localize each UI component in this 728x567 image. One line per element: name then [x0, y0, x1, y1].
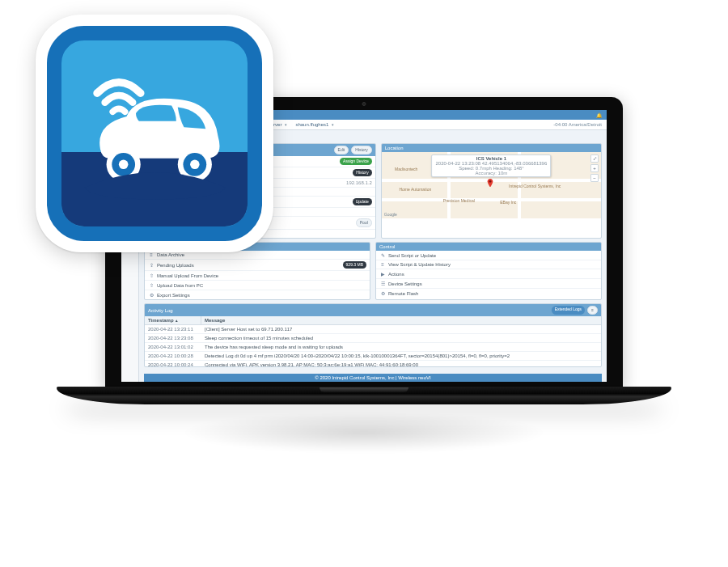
list-item-label: View Script & Update History [388, 262, 451, 267]
log-row: 2020-04-22 10:00:24Connected via WiFi, A… [145, 361, 601, 367]
list-item-label: Pending Uploads [157, 263, 194, 268]
map-fullscreen-button[interactable]: ⤢ [590, 154, 599, 163]
activity-panel: Activity Log Extended Logs ≡ Timestamp M… [144, 303, 602, 367]
map-label: EBay Inc [500, 200, 516, 205]
list-icon: ⚙ [148, 292, 154, 298]
list-icon: ☰ [379, 281, 386, 286]
list-icon: ⇧ [148, 273, 154, 278]
log-ts: 2020-04-22 10:00:24 [145, 361, 201, 367]
app-icon [36, 15, 273, 252]
assign-device-button[interactable]: Assign Device [340, 158, 372, 165]
update-button[interactable]: Update [353, 198, 372, 205]
log-ts: 2020-04-22 10:00:28 [145, 352, 201, 360]
edit-button[interactable]: Edit [334, 146, 349, 154]
timezone-label: -04:00 America/Detroit [553, 122, 602, 127]
map-attribution: Google [384, 212, 397, 217]
list-icon: ✎ [379, 252, 386, 258]
log-row: 2020-04-22 13:23:11[Client] Server Host … [145, 325, 601, 334]
list-icon: ≡ [148, 252, 154, 257]
map-pin-icon [487, 179, 493, 185]
list-icon: ⚙ [379, 290, 386, 296]
laptop-base [57, 387, 671, 404]
activity-menu-icon[interactable]: ≡ [587, 306, 598, 315]
list-item-label: Data Archive [157, 252, 184, 257]
control-panel-title: Control [379, 244, 395, 249]
log-ts: 2020-04-22 13:23:11 [145, 325, 201, 333]
map-label: Intrepid Control Systems, Inc [509, 184, 561, 188]
log-msg: Connected via WiFi, APK version 3.98.21,… [201, 361, 601, 367]
control-panel: Control ✎Send Script or Update≡View Scri… [375, 242, 602, 300]
menu-user[interactable]: shaun.ffughes1 [293, 121, 336, 128]
device-history-button[interactable]: History [353, 169, 372, 176]
data-item[interactable]: ⚙Export Settings [145, 290, 370, 299]
list-item-label: Actions [388, 272, 404, 277]
data-item[interactable]: ⇧Manual Upload From Device [145, 271, 370, 281]
data-item[interactable]: ⇪Pending Uploads929.3 MB [145, 260, 370, 271]
pending-badge: 929.3 MB [343, 261, 366, 269]
data-item[interactable]: ⇧Upload Data from PC [145, 281, 370, 290]
list-icon: ≡ [379, 262, 386, 267]
log-ts: 2020-04-22 13:01:02 [145, 343, 201, 351]
log-row: 2020-04-22 10:00:28Detected Log dt 0d up… [145, 352, 601, 361]
activity-panel-title: Activity Log [148, 308, 173, 313]
location-panel: Location Madisontech Precisi [381, 143, 602, 239]
list-item-label: Manual Upload From Device [157, 273, 218, 278]
map-label: Madisontech [395, 167, 417, 171]
svg-point-13 [119, 160, 129, 170]
activity-table-header: Timestamp Message [145, 316, 601, 325]
col-message[interactable]: Message [201, 316, 601, 324]
log-row: 2020-04-22 13:01:02The device has reques… [145, 343, 601, 352]
control-item[interactable]: ⚙Remote Flash [376, 289, 601, 298]
control-item[interactable]: ≡View Script & Update History [376, 260, 601, 269]
list-icon: ⇧ [148, 282, 154, 288]
log-row: 2020-04-22 13:23:08Sleep connection time… [145, 334, 601, 343]
location-panel-title: Location [385, 146, 404, 150]
map[interactable]: Madisontech Precision Medical Home Autom… [382, 152, 601, 218]
log-msg: Detected Log dt 0d up 4 mf prm i2020/04/… [201, 352, 601, 360]
control-item[interactable]: ✎Send Script or Update [376, 251, 601, 260]
footer: © 2020 Intrepid Control Systems, Inc | W… [144, 374, 602, 382]
list-item-label: Remote Flash [388, 291, 418, 296]
camera-dot [362, 102, 366, 106]
extended-logs-button[interactable]: Extended Logs [552, 306, 585, 315]
list-item-label: Device Settings [388, 281, 422, 286]
map-zoom-in-button[interactable]: + [590, 164, 599, 172]
list-icon: ▶ [379, 271, 386, 277]
map-bubble: ICS Vehicle 1 2020-04-22 13:23:08 42.495… [431, 154, 551, 177]
car-icon [61, 40, 248, 226]
col-timestamp[interactable]: Timestamp [145, 316, 201, 324]
list-item-label: Send Script or Update [388, 253, 436, 258]
list-item-label: Export Settings [157, 293, 190, 298]
device-ip2: 192.168.1.2 [346, 180, 372, 185]
list-icon: ⇪ [148, 262, 154, 268]
log-msg: Sleep connection timeout of 15 minutes s… [201, 334, 601, 342]
svg-point-16 [190, 160, 200, 170]
pool-button[interactable]: Pool [356, 218, 372, 227]
log-ts: 2020-04-22 13:23:08 [145, 334, 201, 342]
control-item[interactable]: ▶Actions [376, 269, 601, 279]
map-label: Precision Medical [443, 198, 475, 203]
map-label: Home Automation [399, 187, 431, 192]
map-zoom-out-button[interactable]: − [590, 174, 599, 182]
log-msg: [Client] Server Host set to 69.71.200.11… [201, 325, 601, 333]
history-button[interactable]: History [351, 146, 372, 154]
control-item[interactable]: ☰Device Settings [376, 279, 601, 289]
list-item-label: Upload Data from PC [157, 283, 203, 288]
bell-icon[interactable]: 🔔 [596, 112, 602, 118]
svg-point-10 [489, 180, 492, 183]
log-msg: The device has requested sleep mode and … [201, 343, 601, 351]
